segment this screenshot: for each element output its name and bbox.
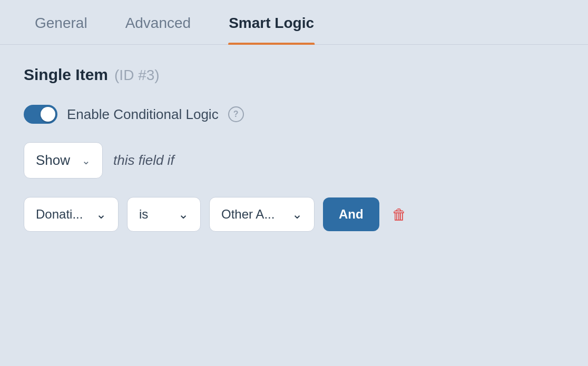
show-chevron-icon: ⌄ — [82, 154, 91, 167]
toggle-track — [24, 105, 57, 124]
and-button[interactable]: And — [323, 197, 379, 231]
operator-dropdown-label: is — [139, 207, 148, 222]
value-dropdown[interactable]: Other A... ⌄ — [209, 197, 315, 232]
tab-smart-logic[interactable]: Smart Logic — [210, 0, 333, 44]
field-chevron-icon: ⌄ — [96, 207, 106, 222]
show-dropdown-label: Show — [36, 152, 70, 169]
tabs-bar: General Advanced Smart Logic — [0, 0, 588, 45]
operator-dropdown[interactable]: is ⌄ — [127, 197, 201, 232]
condition-row: Donati... ⌄ is ⌄ Other A... ⌄ And 🗑 — [24, 197, 564, 232]
field-dropdown[interactable]: Donati... ⌄ — [24, 197, 119, 232]
page-container: General Advanced Smart Logic Single Item… — [0, 0, 588, 366]
help-icon[interactable]: ? — [228, 106, 244, 122]
toggle-thumb — [41, 107, 55, 122]
show-row: Show ⌄ this field if — [24, 142, 564, 179]
value-dropdown-label: Other A... — [221, 207, 275, 222]
show-dropdown[interactable]: Show ⌄ — [24, 142, 103, 179]
item-title-text: Single Item — [24, 66, 108, 84]
toggle-row: Enable Conditional Logic ? — [24, 105, 564, 124]
this-field-if-text: this field if — [113, 152, 174, 169]
conditional-logic-toggle[interactable] — [24, 105, 57, 124]
tab-advanced[interactable]: Advanced — [106, 0, 210, 44]
item-id-label: (ID #3) — [114, 67, 160, 84]
item-title: Single Item (ID #3) — [24, 66, 564, 84]
toggle-label: Enable Conditional Logic — [67, 106, 219, 123]
content-area: Single Item (ID #3) Enable Conditional L… — [0, 45, 588, 253]
value-chevron-icon: ⌄ — [292, 207, 302, 222]
tab-general[interactable]: General — [16, 0, 106, 44]
field-dropdown-label: Donati... — [36, 207, 83, 222]
operator-chevron-icon: ⌄ — [178, 207, 189, 222]
delete-icon[interactable]: 🗑 — [392, 206, 407, 223]
